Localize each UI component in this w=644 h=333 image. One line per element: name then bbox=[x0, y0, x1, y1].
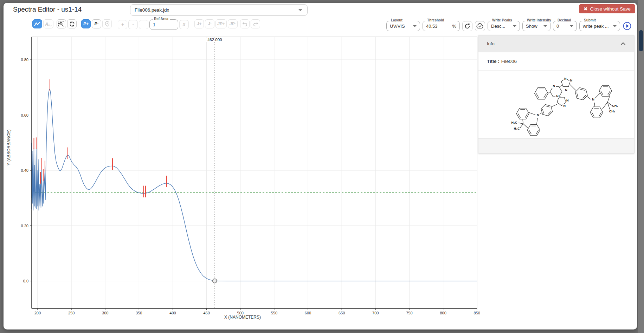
threshold-fieldset: Threshold % bbox=[423, 21, 460, 31]
run-submit-button[interactable] bbox=[623, 21, 632, 31]
chevron-down-icon bbox=[298, 9, 302, 11]
svg-text:H₃C: H₃C bbox=[514, 127, 520, 130]
file-selector[interactable]: File006.peak.jdx bbox=[130, 4, 308, 16]
svg-text:0.0: 0.0 bbox=[23, 279, 28, 283]
svg-text:N: N bbox=[556, 94, 559, 98]
info-panel-header[interactable]: Info bbox=[478, 35, 634, 52]
svg-text:N: N bbox=[564, 104, 566, 107]
peak-add-button[interactable]: P+ bbox=[81, 19, 91, 28]
scrollbar-track[interactable] bbox=[638, 0, 644, 333]
chevron-up-icon[interactable] bbox=[620, 42, 626, 45]
info-panel: Info Title : File006 NNNNNNNNNCH₃CH₃H₃CH… bbox=[478, 35, 635, 154]
chevron-down-icon bbox=[613, 25, 617, 27]
chevron-down-icon bbox=[570, 25, 573, 27]
a-wave-icon: A bbox=[45, 21, 52, 27]
svg-text:850: 850 bbox=[474, 311, 480, 315]
ref-area-fieldset: Ref Area bbox=[149, 19, 178, 30]
redo-icon bbox=[253, 22, 258, 26]
undo-icon bbox=[242, 22, 248, 26]
info-title-value: File006 bbox=[501, 59, 517, 64]
ref-area-group: + - Ref Area X bbox=[118, 19, 190, 30]
cloud-save-button[interactable] bbox=[475, 21, 485, 31]
scrollbar-thumb[interactable] bbox=[639, 30, 643, 51]
svg-text:800: 800 bbox=[440, 311, 446, 315]
close-button-label: Close without Save bbox=[590, 6, 631, 12]
svg-text:700: 700 bbox=[372, 311, 379, 315]
j-plus-button: J+ bbox=[194, 19, 204, 28]
decrease-button: - bbox=[128, 20, 138, 29]
layout-select[interactable]: Layout UV/VIS bbox=[386, 21, 420, 31]
write-peaks-select[interactable]: Write Peaks Desc... bbox=[488, 21, 520, 31]
zoom-in-icon bbox=[58, 21, 64, 27]
info-title-label: Title : bbox=[487, 59, 500, 64]
peak-remove-button[interactable]: P- bbox=[92, 19, 101, 28]
svg-text:CH₃: CH₃ bbox=[609, 110, 615, 113]
ref-area-label: Ref Area bbox=[153, 17, 170, 21]
svg-text:350: 350 bbox=[136, 311, 142, 315]
x-integral-button: X bbox=[179, 20, 189, 29]
decimal-select[interactable]: Decimal 0 bbox=[553, 21, 577, 31]
svg-text:N: N bbox=[592, 98, 594, 101]
svg-text:N: N bbox=[570, 79, 573, 82]
write-intensity-label: Write Intensity bbox=[526, 18, 553, 22]
zoom-in-button[interactable] bbox=[57, 19, 66, 28]
reset-zoom-icon bbox=[69, 21, 75, 27]
svg-text:H₃C: H₃C bbox=[511, 121, 517, 124]
svg-text:CH₃: CH₃ bbox=[612, 104, 618, 107]
svg-text:N: N bbox=[566, 99, 569, 102]
spectrum-line-button[interactable] bbox=[32, 19, 42, 28]
info-panel-footer bbox=[478, 138, 634, 153]
pin-marker-button bbox=[102, 19, 112, 28]
svg-text:650: 650 bbox=[339, 311, 345, 315]
cloud-check-icon bbox=[476, 23, 484, 29]
molecule-structure: NNNNNNNNNCH₃CH₃H₃CH₃C bbox=[506, 71, 624, 138]
svg-text:A: A bbox=[45, 21, 48, 27]
ref-area-input[interactable] bbox=[153, 22, 171, 27]
chevron-down-icon bbox=[543, 25, 547, 27]
refresh-button[interactable] bbox=[462, 21, 472, 31]
spectrum-plot[interactable]: 462.000200250300350400450500550600650700… bbox=[10, 32, 481, 317]
jp-plus-button: JP+ bbox=[215, 19, 227, 28]
write-intensity-value: Show bbox=[526, 24, 537, 29]
submit-select[interactable]: Submit write peak ... bbox=[579, 21, 620, 31]
j-minus-button: J- bbox=[205, 19, 214, 28]
layout-label: Layout bbox=[389, 18, 404, 22]
threshold-unit: % bbox=[452, 24, 456, 29]
refresh-icon bbox=[464, 23, 470, 29]
play-icon bbox=[623, 21, 632, 31]
svg-text:200: 200 bbox=[34, 311, 41, 315]
display-group: A bbox=[32, 19, 54, 28]
threshold-label: Threshold bbox=[426, 18, 445, 22]
chevron-down-icon bbox=[513, 25, 516, 27]
info-title-row: Title : File006 bbox=[478, 52, 634, 71]
svg-text:N: N bbox=[564, 77, 567, 80]
close-without-save-button[interactable]: ✖ Close without Save bbox=[579, 4, 635, 13]
svg-text:0.60: 0.60 bbox=[21, 113, 28, 117]
spacer-button bbox=[139, 20, 148, 29]
svg-text:0.80: 0.80 bbox=[21, 58, 28, 62]
file-selector-value: File006.peak.jdx bbox=[135, 7, 169, 13]
history-group bbox=[240, 19, 261, 28]
svg-text:0.20: 0.20 bbox=[21, 224, 28, 228]
reset-zoom-button[interactable] bbox=[67, 19, 77, 28]
pin-icon bbox=[105, 21, 110, 27]
j-coupling-group: J+ J- JP+ JP- bbox=[194, 19, 239, 28]
redo-button bbox=[251, 19, 260, 28]
settings-controls: Layout UV/VIS Threshold % Write Peaks De… bbox=[386, 21, 632, 31]
threshold-input[interactable] bbox=[426, 24, 444, 29]
page-title: Spectra Editor - us1-14 bbox=[13, 6, 82, 13]
svg-text:462.000: 462.000 bbox=[207, 38, 222, 42]
svg-text:0.40: 0.40 bbox=[21, 168, 28, 172]
info-header-label: Info bbox=[487, 41, 495, 46]
decimal-label: Decimal bbox=[556, 18, 572, 22]
decimal-value: 0 bbox=[556, 24, 559, 29]
write-intensity-select[interactable]: Write Intensity Show bbox=[522, 21, 550, 31]
close-icon: ✖ bbox=[584, 6, 587, 12]
line-chart-icon bbox=[34, 21, 40, 26]
layout-value: UV/VIS bbox=[390, 24, 405, 29]
jp-minus-button: JP- bbox=[228, 19, 238, 28]
svg-text:250: 250 bbox=[68, 311, 75, 315]
svg-text:N: N bbox=[537, 113, 539, 117]
toolbar: A P+ P- + - Ref Area X bbox=[4, 19, 637, 31]
y-axis-label: Y (ABSORBANCE) bbox=[6, 130, 11, 165]
